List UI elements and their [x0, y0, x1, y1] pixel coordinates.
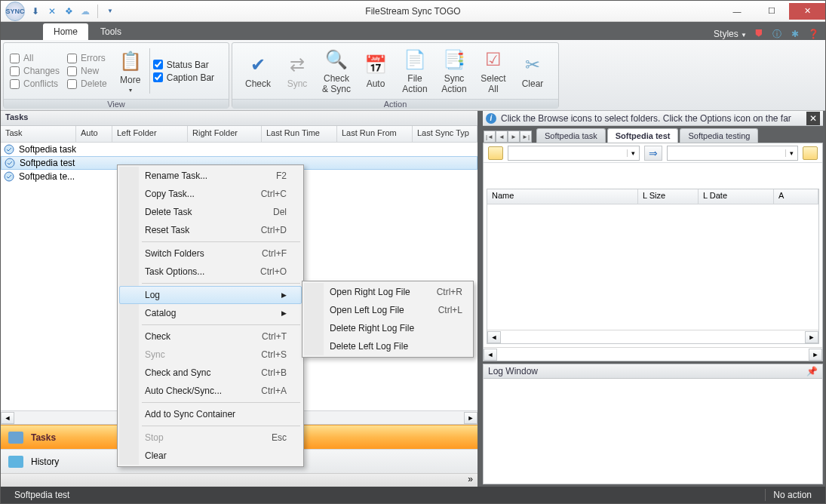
- info-icon: i: [486, 113, 496, 124]
- clear-button[interactable]: ✂Clear: [513, 46, 552, 96]
- file-action-button[interactable]: 📄File Action: [395, 46, 434, 96]
- window-title: FileStream Sync TOGO: [1, 6, 825, 17]
- ctx-open-left-log[interactable]: Open Left Log FileCtrl+L: [304, 301, 477, 319]
- ctx-delete[interactable]: Delete TaskDel: [119, 203, 302, 221]
- info-bar: i Click the Browse icons to select folde…: [483, 111, 823, 126]
- ctx-log[interactable]: Log▶: [119, 286, 302, 304]
- chk-changes[interactable]: Changes: [10, 66, 60, 76]
- world-icon[interactable]: ✱: [789, 28, 801, 40]
- right-folder-combo[interactable]: ▾: [667, 146, 799, 161]
- ctx-checksync[interactable]: Check and SyncCtrl+B: [119, 364, 302, 382]
- ctx-sync[interactable]: SyncCtrl+S: [119, 346, 302, 364]
- qat-close-icon[interactable]: ✕: [46, 5, 58, 17]
- styles-dropdown[interactable]: Styles ▼: [714, 29, 747, 39]
- ctx-clear[interactable]: Clear: [119, 447, 302, 465]
- detail-tab[interactable]: Softpedia task: [536, 128, 606, 143]
- check-sync-button[interactable]: 🔍Check & Sync: [317, 46, 356, 96]
- qat-dropdown-icon[interactable]: ▼: [104, 5, 116, 17]
- group-label-action: Action: [232, 99, 558, 109]
- col-lrt[interactable]: Last Run Time: [262, 126, 337, 142]
- col-left[interactable]: Left Folder: [112, 126, 188, 142]
- ctx-autocs[interactable]: Auto Check/Sync...Ctrl+A: [119, 382, 302, 400]
- detail-hscroll[interactable]: ◄►: [484, 347, 822, 361]
- detail-tabstrip: |◄ ◄ ► ►| Softpedia task Softpedia test …: [481, 126, 825, 143]
- col-auto[interactable]: Auto: [76, 126, 112, 142]
- nav-collapse[interactable]: »: [1, 473, 477, 487]
- info-close[interactable]: ✕: [806, 112, 820, 125]
- chk-conflicts[interactable]: Conflicts: [10, 78, 60, 89]
- col-task[interactable]: Task: [1, 126, 76, 142]
- chk-delete[interactable]: Delete: [67, 78, 107, 89]
- info-icon[interactable]: ⓘ: [771, 28, 783, 40]
- chk-all[interactable]: All: [10, 53, 60, 63]
- select-all-button[interactable]: ☑Select All: [474, 46, 513, 96]
- tab-last[interactable]: ►|: [520, 131, 532, 143]
- ctx-catalog[interactable]: Catalog▶: [119, 304, 302, 322]
- tab-prev[interactable]: ◄: [496, 131, 508, 143]
- maximize-button[interactable]: ☐: [754, 3, 789, 20]
- ctx-del-right-log[interactable]: Delete Right Log File: [304, 319, 477, 337]
- browse-right-icon[interactable]: [803, 146, 818, 160]
- ctx-options[interactable]: Task Options...Ctrl+O: [119, 263, 302, 281]
- help-icon[interactable]: ❓: [807, 28, 819, 40]
- fcol-lsize[interactable]: L Size: [638, 189, 699, 204]
- col-lrf[interactable]: Last Run From: [337, 126, 413, 142]
- chk-errors[interactable]: Errors: [67, 53, 107, 63]
- log-header: Log Window📌: [483, 364, 823, 379]
- qat-download-icon[interactable]: ⬇: [29, 5, 41, 17]
- auto-button[interactable]: 📅Auto: [356, 46, 395, 96]
- file-hscroll[interactable]: ◄►: [487, 330, 818, 343]
- fcol-name[interactable]: Name: [487, 189, 638, 204]
- browse-left-icon[interactable]: [488, 146, 503, 160]
- qat-cloud-icon[interactable]: ☁: [79, 5, 91, 17]
- tab-first[interactable]: |◄: [484, 131, 496, 143]
- task-icon: [4, 171, 14, 182]
- tab-next[interactable]: ►: [508, 131, 520, 143]
- ctx-copy[interactable]: Copy Task...Ctrl+C: [119, 185, 302, 203]
- status-right: No action: [766, 490, 819, 500]
- pin-icon[interactable]: 📌: [806, 366, 818, 376]
- minimize-button[interactable]: —: [720, 3, 754, 20]
- chk-new[interactable]: New: [67, 66, 107, 76]
- detail-tab[interactable]: Softpedia testing: [680, 128, 758, 143]
- qat-pref-icon[interactable]: ❖: [63, 5, 75, 17]
- svg-point-1: [5, 158, 14, 167]
- detail-tab[interactable]: Softpedia test: [607, 128, 679, 143]
- log-body: [483, 379, 823, 484]
- left-folder-combo[interactable]: ▾: [508, 146, 640, 161]
- task-icon: [5, 158, 15, 168]
- fcol-a[interactable]: A: [774, 189, 818, 204]
- chk-statusbar[interactable]: Status Bar: [153, 60, 214, 70]
- fcol-ldate[interactable]: L Date: [699, 189, 774, 204]
- alert-icon[interactable]: ⛊: [753, 28, 765, 40]
- statusbar: Softpedia test No action: [1, 487, 825, 503]
- task-row[interactable]: Softpedia task: [1, 143, 477, 156]
- titlebar: SYNC ⬇ ✕ ❖ ☁ ▼ FileStream Sync TOGO — ☐ …: [1, 1, 825, 22]
- check-button[interactable]: ✔Check: [238, 46, 278, 96]
- more-button[interactable]: 📋More▾: [115, 46, 146, 96]
- context-submenu-log: Open Right Log FileCtrl+R Open Left Log …: [302, 281, 474, 358]
- tab-home[interactable]: Home: [43, 23, 88, 40]
- close-button[interactable]: ✕: [789, 3, 825, 20]
- sync-action-button[interactable]: 📑Sync Action: [434, 46, 474, 96]
- svg-point-2: [5, 172, 14, 181]
- context-menu: Rename Task...F2 Copy Task...Ctrl+C Dele…: [117, 164, 304, 467]
- ctx-open-right-log[interactable]: Open Right Log FileCtrl+R: [304, 283, 477, 301]
- sync-button[interactable]: ⇄Sync: [278, 46, 317, 96]
- ctx-reset[interactable]: Reset TaskCtrl+D: [119, 221, 302, 239]
- ctx-switch[interactable]: Switch FoldersCtrl+F: [119, 244, 302, 263]
- app-icon[interactable]: SYNC: [5, 2, 25, 21]
- ctx-rename[interactable]: Rename Task...F2: [119, 167, 302, 185]
- task-icon: [4, 144, 14, 155]
- col-lst[interactable]: Last Sync Typ: [413, 126, 477, 142]
- info-text: Click the Browse icons to select folders…: [501, 113, 791, 124]
- ctx-check[interactable]: CheckCtrl+T: [119, 327, 302, 346]
- ctx-stop[interactable]: StopEsc: [119, 429, 302, 447]
- ribbon-tabbar: Home Tools Styles ▼ ⛊ ⓘ ✱ ❓: [1, 22, 825, 40]
- chk-captionbar[interactable]: Caption Bar: [153, 72, 214, 83]
- ctx-addcont[interactable]: Add to Sync Container: [119, 405, 302, 423]
- tab-tools[interactable]: Tools: [90, 23, 132, 40]
- col-right[interactable]: Right Folder: [188, 126, 262, 142]
- direction-icon[interactable]: ⇒: [644, 146, 662, 161]
- ctx-del-left-log[interactable]: Delete Left Log File: [304, 337, 477, 355]
